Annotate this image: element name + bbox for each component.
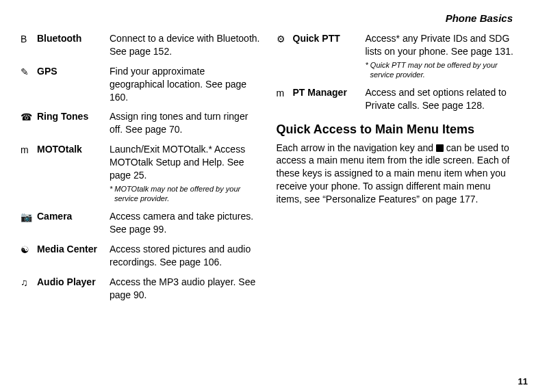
gps-icon: ✎ (21, 65, 37, 104)
right-column: ⚙ Quick PTT Access* any Private IDs and … (277, 32, 516, 309)
menu-entry: B Bluetooth Connect to a device with Blu… (21, 32, 260, 58)
menu-label: MOTOtalk (37, 143, 110, 203)
menu-entry: ☯ Media Center Access stored pictures an… (21, 243, 260, 269)
menu-label: PT Manager (293, 86, 366, 112)
menu-label: Ring Tones (37, 110, 110, 136)
menu-description: Connect to a device with Bluetooth. See … (110, 32, 260, 58)
content-columns: B Bluetooth Connect to a device with Blu… (21, 32, 515, 309)
menu-entry: ⚙ Quick PTT Access* any Private IDs and … (277, 32, 516, 79)
menu-label: Camera (37, 210, 110, 236)
section-body: Each arrow in the navigation key and can… (277, 142, 516, 206)
mediacenter-icon: ☯ (21, 243, 37, 269)
menu-entry: m MOTOtalk Launch/Exit MOTOtalk.* Access… (21, 143, 260, 203)
menu-entry: ♫ Audio Player Access the MP3 audio play… (21, 276, 260, 302)
menu-entry: 📷 Camera Access camera and take pictures… (21, 210, 260, 236)
camera-icon: 📷 (21, 210, 37, 236)
menu-label: Audio Player (37, 276, 110, 302)
menu-description: Launch/Exit MOTOtalk.* Access MOTOtalk S… (110, 143, 260, 203)
menu-description: Access camera and take pictures. See pag… (110, 210, 260, 236)
menu-description: Access the MP3 audio player. See page 90… (110, 276, 260, 302)
page-number: 11 (518, 376, 528, 387)
menu-description: Access* any Private IDs and SDG lists on… (366, 32, 516, 79)
menu-description: Assign ring tones and turn ringer off. S… (110, 110, 260, 136)
left-column: B Bluetooth Connect to a device with Blu… (21, 32, 260, 309)
footnote: * MOTOtalk may not be offered by your se… (110, 185, 260, 204)
menu-label: Quick PTT (293, 32, 366, 79)
footnote: * Quick PTT may not be offered by your s… (366, 61, 516, 80)
body-prefix: Each arrow in the navigation key and (277, 142, 436, 153)
audioplayer-icon: ♫ (21, 276, 37, 302)
menu-description: Access and set options related to Privat… (366, 86, 516, 112)
menu-description: Access stored pictures and audio recordi… (110, 243, 260, 269)
bluetooth-icon: B (21, 32, 37, 58)
page-header: Phone Basics (21, 12, 515, 24)
desc-text: Launch/Exit MOTOtalk.* Access MOTOtalk S… (110, 144, 245, 181)
menu-description: Find your approximate geographical locat… (110, 65, 260, 104)
ptmanager-icon: m (277, 86, 293, 112)
section-title: Quick Access to Main Menu Items (277, 122, 516, 138)
menu-entry: m PT Manager Access and set options rela… (277, 86, 516, 112)
menu-label: Media Center (37, 243, 110, 269)
menu-label: Bluetooth (37, 32, 110, 58)
menu-entry: ✎ GPS Find your approximate geographical… (21, 65, 260, 104)
menu-entry: ☎ Ring Tones Assign ring tones and turn … (21, 110, 260, 136)
key-icon (436, 144, 444, 152)
ringtones-icon: ☎ (21, 110, 37, 136)
quickptt-icon: ⚙ (277, 32, 293, 79)
mototalk-icon: m (21, 143, 37, 203)
menu-label: GPS (37, 65, 110, 104)
desc-text: Access* any Private IDs and SDG lists on… (366, 33, 513, 57)
